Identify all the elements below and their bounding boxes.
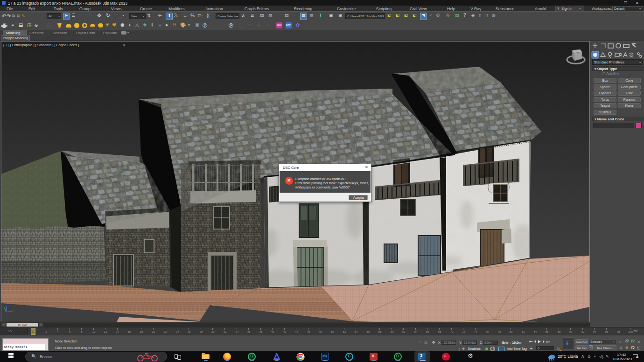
- svg-text:[ + ] [ Orthographic ] [ Stand: [ + ] [ Orthographic ] [ Standard ] [ Ed…: [3, 43, 79, 47]
- svg-text:▼: ▼: [122, 43, 126, 48]
